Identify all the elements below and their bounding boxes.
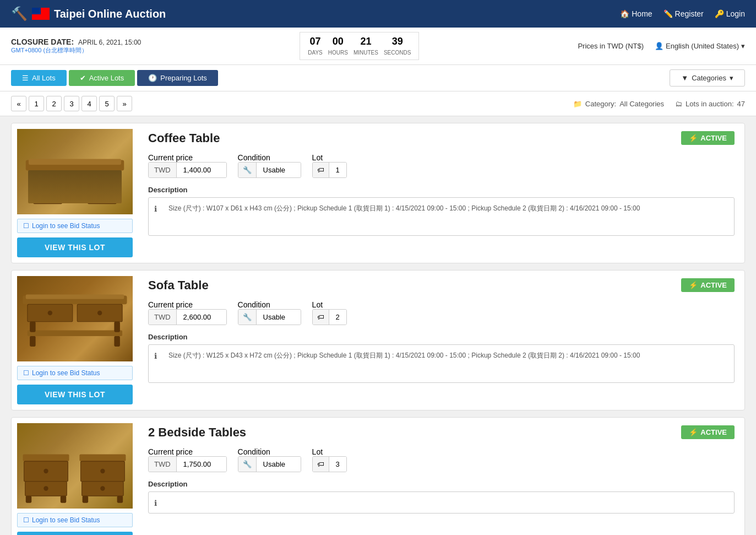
desc-box-3: ℹ <box>148 491 735 514</box>
countdown: 07 DAYS 00 HOURS 21 MINUTES 39 SECONDS <box>300 32 419 60</box>
sub-header: CLOSURE DATE: APRIL 6, 2021, 15:00 GMT+0… <box>0 28 756 65</box>
lot-num-group-2: Lot 🏷 2 <box>312 300 347 325</box>
closure-date-block: CLOSURE DATE: APRIL 6, 2021, 15:00 GMT+0… <box>11 37 141 55</box>
closure-timezone: GMT+0800 (台北標準時間） <box>11 46 141 55</box>
language-selector[interactable]: 👤 English (United States) ▾ <box>655 42 745 50</box>
tab-categories[interactable]: ▼ Categories ▾ <box>670 69 745 87</box>
condition-value-2: Usable <box>257 310 301 325</box>
svg-point-19 <box>43 469 48 473</box>
price-field-1: TWD 1,400.00 <box>148 162 227 178</box>
condition-group-3: Condition 🔧 Usable <box>238 447 301 472</box>
lot-num-value-1: 1 <box>329 163 346 177</box>
lot-header-2: Sofa Table ⚡ ACTIVE <box>148 278 735 293</box>
home-link[interactable]: 🏠 Home <box>620 9 652 18</box>
tab-active-lots[interactable]: ✔ Active Lots <box>69 70 135 86</box>
lots-count-info: 🗂 Lots in auction: 47 <box>675 100 745 108</box>
price-label-3: Current price <box>148 447 193 456</box>
page-3[interactable]: 3 <box>64 96 79 111</box>
login-status-1[interactable]: ☐ Login to see Bid Status <box>17 219 133 233</box>
price-label-1: Current price <box>148 153 193 162</box>
login-link[interactable]: 🔑 Login <box>715 9 745 18</box>
currency-2: TWD <box>149 310 177 325</box>
lot-card-3: ☐ Login to see Bid Status VIEW THIS LOT … <box>11 417 745 535</box>
login-status-3[interactable]: ☐ Login to see Bid Status <box>17 513 133 527</box>
page-2[interactable]: 2 <box>46 96 62 111</box>
clock-icon: 🕐 <box>148 74 157 82</box>
sub-header-right: Prices in TWD (NT$) 👤 English (United St… <box>578 42 745 50</box>
list-icon: ☰ <box>22 74 29 82</box>
desc-text-2: Size (尺寸) : W125 x D43 x H72 cm (公分) ; P… <box>168 352 640 359</box>
currency-1: TWD <box>149 163 177 177</box>
view-lot-btn-3[interactable]: VIEW THIS LOT <box>17 532 133 535</box>
lot-num-label-3: Lot <box>312 447 323 456</box>
page-4[interactable]: 4 <box>81 96 97 111</box>
info-icon-3: ℹ <box>154 498 157 509</box>
lot-num-field-1: 🏷 1 <box>312 162 347 178</box>
lot-image-coffee <box>17 129 133 214</box>
page-prev[interactable]: « <box>11 96 26 111</box>
header: 🔨 Taipei Online Auction 🏠 Home ✏️ Regist… <box>0 0 756 28</box>
pagination: « 1 2 3 4 5 » <box>11 96 132 111</box>
lot-image-col-3: ☐ Login to see Bid Status VIEW THIS LOT <box>12 418 138 535</box>
svg-point-21 <box>43 486 48 490</box>
lot-image-col-1: ☐ Login to see Bid Status VIEW THIS LOT <box>12 123 138 263</box>
tag-icon-3: 🏷 <box>313 457 329 472</box>
tag-icon-2: 🏷 <box>313 310 329 325</box>
tabs-bar: ☰ All Lots ✔ Active Lots 🕐 Preparing Lot… <box>0 65 756 91</box>
square-icon-2: ☐ <box>23 369 29 377</box>
view-lot-btn-1[interactable]: VIEW THIS LOT <box>17 237 133 257</box>
info-icon-2: ℹ <box>154 350 157 362</box>
bolt-icon-3: ⚡ <box>689 428 698 436</box>
lot-fields-2: Current price TWD 2,600.00 Condition 🔧 U… <box>148 300 735 325</box>
condition-field-3: 🔧 Usable <box>238 456 301 472</box>
header-logo: 🔨 Taipei Online Auction <box>11 6 166 21</box>
svg-rect-2 <box>35 170 42 202</box>
info-icon-1: ℹ <box>154 203 157 215</box>
currency-3: TWD <box>149 457 177 472</box>
bedside-tables-svg <box>17 423 133 509</box>
lot-image-col-2: ☐ Login to see Bid Status VIEW THIS LOT <box>12 271 138 410</box>
svg-rect-15 <box>30 336 36 347</box>
login-status-2[interactable]: ☐ Login to see Bid Status <box>17 366 133 380</box>
taiwan-flag <box>32 8 50 20</box>
svg-point-26 <box>100 469 105 473</box>
countdown-seconds: 39 SECONDS <box>384 36 411 56</box>
condition-value-1: Usable <box>257 163 301 177</box>
language-value: English (United States) <box>666 42 739 50</box>
register-link[interactable]: ✏️ Register <box>663 9 704 18</box>
condition-group-2: Condition 🔧 Usable <box>238 300 301 325</box>
svg-rect-1 <box>29 159 121 165</box>
svg-rect-12 <box>28 331 122 337</box>
desc-label-3: Description <box>148 480 735 488</box>
tab-preparing-lots[interactable]: 🕐 Preparing Lots <box>137 70 218 86</box>
pagination-bar: « 1 2 3 4 5 » 📁 Category: All Categories… <box>0 91 756 116</box>
desc-label-1: Description <box>148 186 735 194</box>
page-1[interactable]: 1 <box>29 96 44 111</box>
svg-rect-16 <box>114 336 120 347</box>
bolt-icon: ⚡ <box>689 134 698 142</box>
bolt-icon-2: ⚡ <box>689 281 698 289</box>
lot-fields-1: Current price TWD 1,400.00 Condition 🔧 U… <box>148 153 735 178</box>
home-icon: 🏠 <box>620 9 629 18</box>
svg-point-28 <box>100 486 105 490</box>
view-lot-btn-2[interactable]: VIEW THIS LOT <box>17 385 133 404</box>
page-next[interactable]: » <box>117 96 132 111</box>
lot-num-field-3: 🏷 3 <box>312 456 347 472</box>
register-icon: ✏️ <box>663 9 673 18</box>
lot-num-label-2: Lot <box>312 300 323 309</box>
wrench-icon-2: 🔧 <box>238 310 257 325</box>
lot-num-label-1: Lot <box>312 153 323 162</box>
svg-rect-13 <box>30 322 36 332</box>
page-5[interactable]: 5 <box>99 96 115 111</box>
desc-box-1: ℹ Size (尺寸) : W107 x D61 x H43 cm (公分) ;… <box>148 197 735 236</box>
svg-rect-23 <box>61 496 67 503</box>
price-group-2: Current price TWD 2,600.00 <box>148 300 227 325</box>
lot-num-group-1: Lot 🏷 1 <box>312 153 347 178</box>
tab-all-lots[interactable]: ☰ All Lots <box>11 70 67 86</box>
condition-field-2: 🔧 Usable <box>238 309 301 325</box>
price-label-2: Current price <box>148 300 193 309</box>
lot-details-2: Sofa Table ⚡ ACTIVE Current price TWD 2,… <box>138 271 744 410</box>
price-group-3: Current price TWD 1,750.00 <box>148 447 227 472</box>
svg-point-9 <box>48 311 52 315</box>
price-value-2: 2,600.00 <box>177 310 226 325</box>
